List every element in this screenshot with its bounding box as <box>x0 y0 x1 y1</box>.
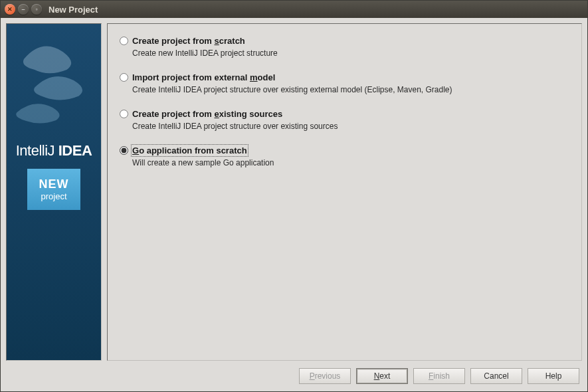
button-bar: Previous Next Finish Cancel Help <box>6 366 582 386</box>
option-scratch: Create project from scratchCreate new In… <box>120 36 569 58</box>
help-button[interactable]: Help <box>528 368 579 384</box>
cancel-button[interactable]: Cancel <box>470 368 522 384</box>
option-import: Import project from external modelCreate… <box>120 72 569 94</box>
finish-button: Finish <box>413 368 465 384</box>
option-go: Go application from scratchWill create a… <box>120 146 569 167</box>
dolphins-image <box>13 31 99 130</box>
previous-button: Previous <box>299 368 351 384</box>
option-label-existing[interactable]: Create project from existing sources <box>132 109 282 119</box>
option-label-go[interactable]: Go application from scratch <box>132 146 247 155</box>
next-button[interactable]: Next <box>356 368 408 384</box>
radio-existing[interactable] <box>120 110 128 118</box>
option-label-scratch[interactable]: Create project from scratch <box>132 36 245 46</box>
main-area: IntelliJ IDEA NEW project Create project… <box>6 23 582 361</box>
radio-go[interactable] <box>120 146 128 155</box>
radio-scratch[interactable] <box>120 37 128 45</box>
wizard-sidebar: IntelliJ IDEA NEW project <box>6 23 102 361</box>
window-controls: ✕ – ▫ <box>5 4 42 15</box>
dialog-body: IntelliJ IDEA NEW project Create project… <box>1 18 587 391</box>
new-project-dialog: ✕ – ▫ New Project IntelliJ IDEA NEW proj… <box>0 0 588 392</box>
options-panel: Create project from scratchCreate new In… <box>107 23 582 361</box>
minimize-icon[interactable]: – <box>18 4 29 15</box>
intellij-logo: IntelliJ IDEA <box>7 142 101 159</box>
new-project-badge: NEW project <box>27 169 80 210</box>
radio-import[interactable] <box>120 73 128 82</box>
option-desc-go: Will create a new sample Go application <box>132 158 569 167</box>
titlebar: ✕ – ▫ New Project <box>1 1 587 18</box>
maximize-icon[interactable]: ▫ <box>31 4 42 15</box>
option-label-import[interactable]: Import project from external model <box>132 72 275 82</box>
option-desc-scratch: Create new IntelliJ IDEA project structu… <box>132 49 569 58</box>
window-title: New Project <box>49 5 98 15</box>
option-desc-import: Create IntelliJ IDEA project structure o… <box>132 85 569 94</box>
close-icon[interactable]: ✕ <box>5 4 15 15</box>
option-desc-existing: Create IntelliJ IDEA project structure o… <box>132 122 569 131</box>
option-existing: Create project from existing sourcesCrea… <box>120 109 569 131</box>
